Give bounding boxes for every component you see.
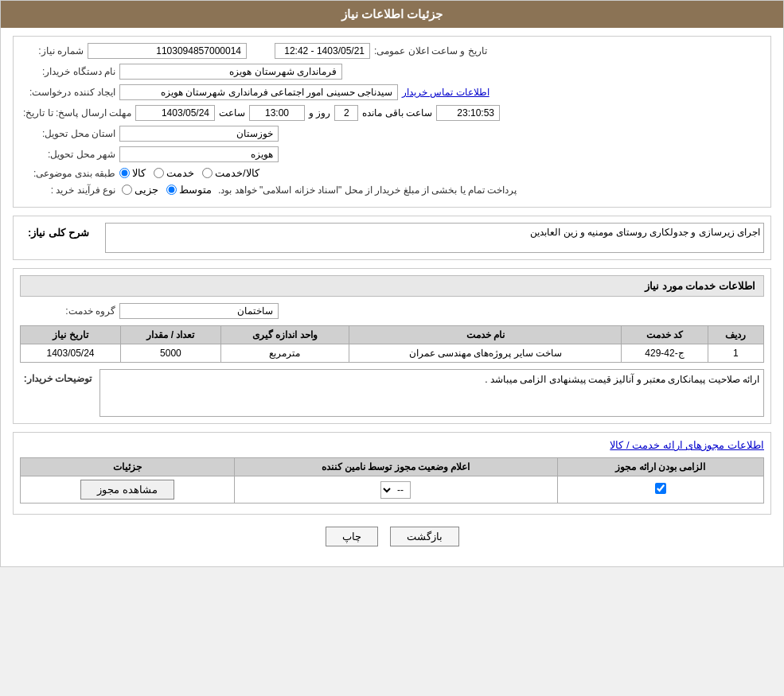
process-joz-label: جزیی [135, 184, 158, 196]
mandatory-checkbox[interactable] [655, 483, 666, 494]
print-button[interactable]: چاپ [326, 527, 378, 546]
deadline-date-value: 1403/05/24 [135, 105, 215, 121]
deadline-label: مهلت ارسال پاسخ: تا تاریخ: [20, 107, 131, 119]
city-label: شهر محل تحویل: [20, 149, 115, 160]
permission-details-cell: مشاهده مجوز [21, 476, 235, 504]
cell-service-name: ساخت سایر پروژه‌های مهندسی عمران [349, 344, 622, 363]
permission-section: اطلاعات مجوزهای ارائه خدمت / کالا الزامی… [13, 432, 771, 515]
category-khedmat-radio[interactable] [154, 168, 164, 178]
services-table: ردیف کد خدمت نام خدمت واحد اندازه گیری ت… [20, 325, 764, 363]
process-joz: جزیی [122, 184, 158, 196]
col-date: تاریخ نیاز [21, 326, 121, 344]
category-kala: کالا [119, 167, 146, 179]
back-button[interactable]: بازگشت [390, 527, 459, 546]
deadline-remaining-value: 23:10:53 [436, 105, 500, 121]
col-status: اعلام وضعیت مجوز توسط نامین کننده [234, 458, 557, 476]
buyer-notes-label: توضیحات خریدار: [20, 369, 92, 384]
cell-row-num: 1 [708, 344, 763, 363]
group-service-label: گروه خدمت: [20, 305, 115, 317]
category-khedmat-label: خدمت [166, 167, 194, 179]
col-row-num: ردیف [708, 326, 763, 344]
general-description-section: اجرای زیرسازی و جدولکاری روستای مومنیه و… [13, 216, 771, 260]
announce-date-label: تاریخ و ساعت اعلان عمومی: [374, 45, 487, 56]
buyer-notes-value: ارائه صلاحیت پیمانکاری معتبر و آنالیز قی… [99, 369, 764, 417]
category-kala-radio[interactable] [119, 168, 130, 178]
process-joz-radio[interactable] [122, 185, 132, 195]
category-khedmat: خدمت [154, 167, 194, 179]
col-mandatory: الزامی بودن ارائه مجوز [557, 458, 763, 476]
footer-buttons: بازگشت چاپ [13, 527, 771, 546]
page-wrapper: جزئیات اطلاعات نیاز تاریخ و ساعت اعلان ع… [0, 0, 784, 567]
description-textarea[interactable]: اجرای زیرسازی و جدولکاری روستای مومنیه و… [105, 223, 764, 253]
category-kala-khedmat: کالا/خدمت [202, 167, 259, 179]
announce-date-value: 1403/05/21 - 12:42 [275, 43, 370, 59]
process-note: پرداخت تمام یا بخشی از مبلغ خریدار از مح… [218, 185, 517, 196]
description-row: اجرای زیرسازی و جدولکاری روستای مومنیه و… [20, 223, 764, 253]
need-details-section: تاریخ و ساعت اعلان عمومی: 1403/05/21 - 1… [13, 36, 771, 208]
permission-table: الزامی بودن ارائه مجوز اعلام وضعیت مجوز … [20, 457, 764, 504]
cell-unit: مترمربع [220, 344, 349, 363]
province-label: استان محل تحویل: [20, 128, 115, 139]
service-info-section: اطلاعات خدمات مورد نیاز ساختمان گروه خدم… [13, 268, 771, 424]
service-info-title: اطلاعات خدمات مورد نیاز [20, 275, 764, 297]
creator-row: اطلاعات تماس خریدار سیدناجی حسینی امور ا… [20, 84, 764, 100]
need-number-row: تاریخ و ساعت اعلان عمومی: 1403/05/21 - 1… [20, 43, 764, 59]
col-unit: واحد اندازه گیری [220, 326, 349, 344]
permission-status-select[interactable]: -- [380, 481, 411, 499]
process-motas: متوسط [166, 184, 212, 196]
deadline-days-value: 2 [334, 105, 358, 121]
process-type-label: نوع فرآیند خرید : [20, 185, 115, 196]
province-value: خوزستان [119, 126, 279, 142]
process-radio-group: متوسط جزیی [122, 184, 212, 196]
deadline-time-value: 13:00 [249, 105, 305, 121]
process-motas-radio[interactable] [166, 185, 177, 195]
deadline-row: 23:10:53 ساعت باقی مانده 2 روز و 13:00 س… [20, 105, 764, 121]
view-permission-button[interactable]: مشاهده مجوز [80, 480, 174, 500]
creator-value: سیدناجی حسینی امور اجتماعی فرمانداری شهر… [119, 84, 398, 100]
category-label: طبقه بندی موضوعی: [20, 168, 115, 179]
province-row: خوزستان استان محل تحویل: [20, 126, 764, 142]
category-kala-khedmat-radio[interactable] [202, 168, 213, 178]
city-value: هویزه [119, 146, 279, 162]
col-qty: تعداد / مقدار [121, 326, 221, 344]
col-service-code: کد خدمت [622, 326, 708, 344]
main-content: تاریخ و ساعت اعلان عمومی: 1403/05/21 - 1… [1, 28, 783, 566]
city-row: هویزه شهر محل تحویل: [20, 146, 764, 162]
cell-qty: 5000 [121, 344, 221, 363]
permission-status-cell: -- [234, 476, 557, 504]
category-row: کالا/خدمت خدمت کالا طبقه بندی موضوعی: [20, 167, 764, 179]
buyer-notes-row: ارائه صلاحیت پیمانکاری معتبر و آنالیز قی… [20, 369, 764, 417]
permission-section-title[interactable]: اطلاعات مجوزهای ارائه خدمت / کالا [610, 439, 764, 451]
group-service-row: ساختمان گروه خدمت: [20, 303, 764, 319]
deadline-remaining-label: ساعت باقی مانده [362, 107, 432, 119]
permission-title-row: اطلاعات مجوزهای ارائه خدمت / کالا [20, 439, 764, 451]
buyer-org-row: فرمانداری شهرستان هویزه نام دستگاه خریدا… [20, 64, 764, 80]
category-radio-group: کالا/خدمت خدمت کالا [119, 167, 259, 179]
table-row: 1 ج-42-429 ساخت سایر پروژه‌های مهندسی عم… [21, 344, 764, 363]
process-type-row: پرداخت تمام یا بخشی از مبلغ خریدار از مح… [20, 184, 764, 196]
creator-contact-link[interactable]: اطلاعات تماس خریدار [402, 87, 490, 98]
process-motas-label: متوسط [179, 184, 212, 196]
page-header: جزئیات اطلاعات نیاز [1, 1, 783, 28]
deadline-days-label: روز و [309, 107, 330, 119]
category-kala-label: کالا [132, 167, 146, 179]
col-details: جزئیات [21, 458, 235, 476]
description-section-title: شرح کلی نیاز: [20, 223, 97, 243]
creator-label: ایجاد کننده درخواست: [20, 87, 115, 98]
deadline-time-label: ساعت [219, 107, 245, 119]
cell-date: 1403/05/24 [21, 344, 121, 363]
buyer-org-value: فرمانداری شهرستان هویزه [119, 64, 342, 80]
need-number-value: 1103094857000014 [88, 43, 247, 59]
permission-mandatory-cell [557, 476, 763, 504]
need-number-label: شماره نیاز: [20, 45, 84, 56]
permission-row: -- مشاهده مجوز [21, 476, 764, 504]
col-service-name: نام خدمت [349, 326, 622, 344]
page-title: جزئیات اطلاعات نیاز [341, 7, 443, 21]
group-service-value: ساختمان [119, 303, 279, 319]
buyer-org-label: نام دستگاه خریدار: [20, 66, 115, 77]
category-kala-khedmat-label: کالا/خدمت [215, 167, 259, 179]
cell-service-code: ج-42-429 [622, 344, 708, 363]
